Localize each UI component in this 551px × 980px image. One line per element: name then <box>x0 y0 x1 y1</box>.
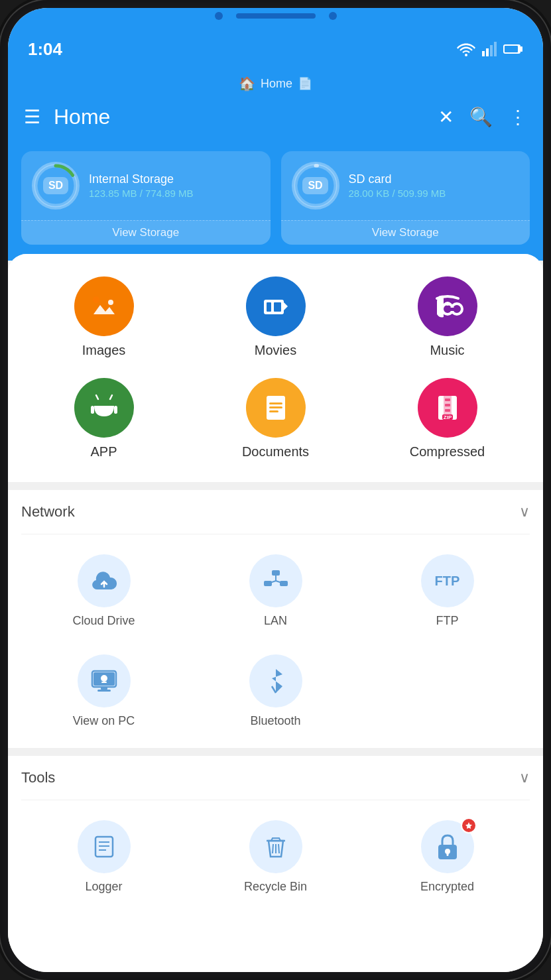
svg-point-12 <box>108 300 113 305</box>
app-icon-circle <box>74 378 134 438</box>
svg-point-10 <box>296 166 336 206</box>
svg-rect-6 <box>520 46 522 52</box>
category-movies[interactable]: Movies <box>193 270 358 365</box>
svg-rect-31 <box>445 398 450 401</box>
tool-encrypted[interactable]: Encrypted <box>365 814 530 900</box>
tools-title: Tools <box>21 769 55 786</box>
svg-rect-47 <box>101 682 107 683</box>
network-title: Network <box>21 503 75 521</box>
svg-rect-44 <box>101 687 107 690</box>
compressed-icon-circle: ZIP <box>418 378 477 438</box>
recycle-bin-icon <box>263 834 288 859</box>
network-grid-top: Cloud Drive <box>21 534 530 648</box>
breadcrumb-home-icon: 🏠 <box>239 76 255 92</box>
movies-icon <box>260 290 292 322</box>
svg-rect-1 <box>482 51 485 56</box>
internal-view-storage[interactable]: View Storage <box>21 220 271 245</box>
storage-section: SD Internal Storage 123.85 MB / 774.89 M… <box>8 141 543 261</box>
camera-dot <box>215 12 223 20</box>
music-icon-circle <box>418 276 477 336</box>
network-section: Network ∨ Cloud Drive <box>8 490 543 748</box>
compressed-icon: ZIP <box>432 392 463 424</box>
divider-1 <box>8 482 543 490</box>
sd-view-storage[interactable]: View Storage <box>281 220 530 245</box>
battery-icon <box>503 43 523 55</box>
lan-icon <box>263 569 289 593</box>
breadcrumb-file-icon: 📄 <box>298 76 312 91</box>
documents-icon <box>260 392 292 424</box>
view-on-pc-icon <box>91 670 117 692</box>
svg-point-46 <box>101 675 107 682</box>
status-time: 1:04 <box>28 39 62 60</box>
cloud-drive-icon <box>92 571 117 591</box>
badge-icon <box>464 821 473 830</box>
category-app[interactable]: APP <box>21 371 186 466</box>
network-view-on-pc[interactable]: View on PC <box>21 648 186 735</box>
category-compressed[interactable]: ZIP Compressed <box>365 371 530 466</box>
category-documents[interactable]: Documents <box>193 371 358 466</box>
sd-card-card[interactable]: SD SD card 28.00 KB / 509.99 MB View Sto… <box>281 151 530 245</box>
network-section-header[interactable]: Network ∨ <box>21 490 530 534</box>
internal-storage-info: Internal Storage 123.85 MB / 774.89 MB <box>89 172 194 199</box>
sd-storage-name: SD card <box>349 172 446 186</box>
sd-storage-ring: SD <box>292 162 339 210</box>
network-bluetooth[interactable]: Bluetooth <box>193 648 358 735</box>
network-chevron-icon: ∨ <box>519 503 530 521</box>
logger-icon <box>92 834 117 859</box>
svg-point-21 <box>96 401 100 405</box>
cloud-drive-label: Cloud Drive <box>72 614 135 628</box>
tool-recycle-bin[interactable]: Recycle Bin <box>193 814 358 900</box>
svg-point-0 <box>465 54 467 56</box>
main-content: Images Movies <box>8 254 543 972</box>
svg-point-13 <box>93 296 99 303</box>
logger-icon-circle <box>78 820 131 873</box>
bluetooth-icon-circle <box>249 654 302 707</box>
tools-section-header[interactable]: Tools ∨ <box>21 756 530 800</box>
movies-icon-circle <box>246 276 306 336</box>
documents-icon-circle <box>246 378 306 438</box>
encrypted-badge <box>461 818 477 833</box>
images-icon-circle <box>74 276 134 336</box>
search-button[interactable]: 🔍 <box>469 106 493 128</box>
recycle-bin-icon-circle <box>249 820 302 873</box>
movies-label: Movies <box>255 343 296 358</box>
phone-screen: 1:04 <box>8 8 543 972</box>
encrypted-icon <box>435 833 460 861</box>
svg-marker-15 <box>284 302 288 310</box>
tools-chevron-icon: ∨ <box>519 769 530 786</box>
network-grid-bottom: View on PC Bluetooth <box>21 648 530 748</box>
close-button[interactable]: ✕ <box>438 106 454 128</box>
svg-rect-58 <box>446 853 448 856</box>
svg-rect-2 <box>486 48 489 56</box>
svg-rect-4 <box>494 42 497 56</box>
view-on-pc-icon-circle <box>78 654 131 707</box>
ftp-label: FTP <box>436 614 459 628</box>
category-music[interactable]: Music <box>365 270 530 365</box>
encrypted-badge-overlay <box>421 820 474 873</box>
app-icon <box>88 391 121 424</box>
view-on-pc-label: View on PC <box>73 714 135 728</box>
tools-section: Tools ∨ Logger <box>8 756 543 914</box>
svg-rect-33 <box>445 409 450 412</box>
network-lan[interactable]: LAN <box>193 548 358 635</box>
music-label: Music <box>430 343 464 358</box>
svg-line-53 <box>273 844 273 853</box>
speaker <box>236 13 316 19</box>
tool-logger[interactable]: Logger <box>21 814 186 900</box>
svg-rect-20 <box>445 308 459 311</box>
svg-rect-24 <box>114 406 117 414</box>
svg-rect-36 <box>272 570 280 576</box>
internal-storage-card[interactable]: SD Internal Storage 123.85 MB / 774.89 M… <box>21 151 271 245</box>
category-grid: Images Movies <box>21 270 530 466</box>
network-cloud-drive[interactable]: Cloud Drive <box>21 548 186 635</box>
svg-point-22 <box>108 401 112 405</box>
menu-button[interactable]: ☰ <box>24 106 40 128</box>
app-bar-right: ✕ 🔍 ⋮ <box>438 106 527 128</box>
internal-storage-name: Internal Storage <box>89 172 194 186</box>
more-button[interactable]: ⋮ <box>509 106 527 128</box>
network-ftp[interactable]: FTP FTP <box>365 548 530 635</box>
recycle-bin-label: Recycle Bin <box>244 880 307 894</box>
svg-rect-17 <box>274 302 281 312</box>
svg-rect-3 <box>490 45 493 56</box>
category-images[interactable]: Images <box>21 270 186 365</box>
